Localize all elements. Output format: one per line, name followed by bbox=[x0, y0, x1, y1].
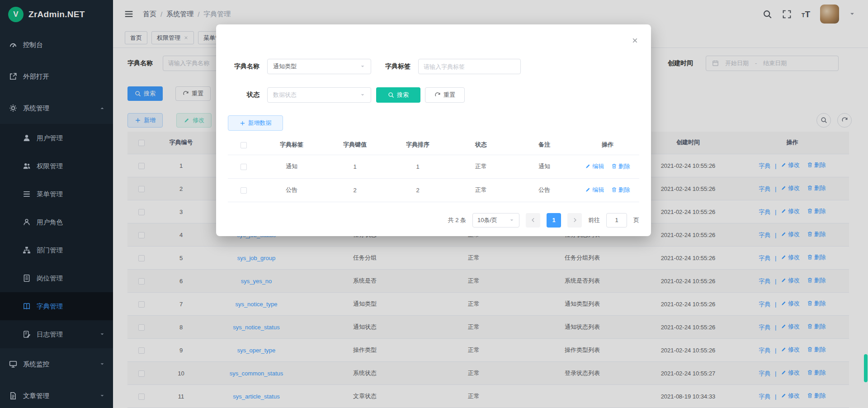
delete-row-link[interactable]: 删除 bbox=[611, 162, 630, 171]
delete-row-link[interactable]: 删除 bbox=[611, 186, 630, 194]
page-size-select[interactable]: 10条/页 bbox=[472, 213, 519, 228]
dialog-filter-buttons: 搜索 重置 bbox=[376, 87, 465, 103]
add-data-button[interactable]: 新增数据 bbox=[228, 115, 283, 131]
dict-label-input[interactable] bbox=[418, 59, 521, 74]
cell-remark: 通知 bbox=[513, 155, 576, 178]
row-checkbox-cell bbox=[228, 178, 259, 202]
dialog-reset-button[interactable]: 重置 bbox=[425, 87, 465, 103]
row-actions: 编辑 删除 bbox=[576, 155, 639, 178]
current-page-button[interactable]: 1 bbox=[547, 213, 561, 228]
goto-page-input[interactable] bbox=[606, 213, 627, 228]
column-header: 备注 bbox=[513, 135, 576, 155]
dialog-search-button-label: 搜索 bbox=[397, 91, 409, 99]
cell-remark: 公告 bbox=[513, 178, 576, 202]
close-icon[interactable] bbox=[631, 37, 639, 44]
search-icon bbox=[388, 92, 394, 98]
trash-icon bbox=[611, 163, 617, 169]
page-unit-label: 页 bbox=[633, 216, 639, 224]
row-checkbox[interactable] bbox=[241, 187, 247, 194]
edit-row-label: 编辑 bbox=[592, 162, 604, 171]
dict-name-label: 字典名称 bbox=[228, 62, 259, 71]
goto-label: 前往 bbox=[588, 216, 600, 224]
arrow-left-icon bbox=[530, 217, 536, 223]
next-page-button[interactable] bbox=[567, 213, 582, 228]
select-all-checkbox[interactable] bbox=[241, 142, 247, 148]
dict-name-select-value: 通知类型 bbox=[273, 62, 297, 71]
header-checkbox-cell bbox=[228, 135, 259, 155]
table-row: 公告 2 2 正常 公告 编辑 删除 bbox=[228, 178, 639, 202]
status-select-placeholder: 数据状态 bbox=[273, 91, 297, 99]
dialog-filter-row-2: 状态 数据状态 搜索 重置 bbox=[228, 87, 639, 103]
edit-row-link[interactable]: 编辑 bbox=[585, 162, 604, 171]
column-header: 状态 bbox=[449, 135, 513, 155]
row-checkbox-cell bbox=[228, 155, 259, 178]
scrollbar-thumb[interactable] bbox=[864, 354, 868, 382]
edit-row-label: 编辑 bbox=[592, 186, 604, 194]
column-header: 操作 bbox=[576, 135, 639, 155]
page-scrollbar bbox=[864, 0, 868, 408]
page-size-value: 10条/页 bbox=[477, 216, 497, 224]
trash-icon bbox=[611, 187, 617, 193]
column-header: 字典键值 bbox=[324, 135, 386, 155]
add-data-button-label: 新增数据 bbox=[248, 119, 272, 127]
chevron-down-icon bbox=[360, 92, 365, 98]
cell-status: 正常 bbox=[449, 155, 513, 178]
dialog-reset-button-label: 重置 bbox=[443, 91, 455, 99]
plus-icon bbox=[240, 120, 245, 126]
pagination-total: 共 2 条 bbox=[448, 216, 466, 224]
status-label: 状态 bbox=[228, 91, 259, 99]
cell-dict-value: 2 bbox=[324, 178, 386, 202]
dict-data-table-header: 字典标签 字典键值 字典排序 状态 备注 操作 bbox=[228, 135, 639, 155]
dict-data-table-body: 通知 1 1 正常 通知 编辑 删除 公告 bbox=[228, 155, 639, 202]
cell-dict-label: 公告 bbox=[259, 178, 324, 202]
pencil-icon bbox=[585, 187, 591, 193]
cell-dict-label: 通知 bbox=[259, 155, 324, 178]
status-select[interactable]: 数据状态 bbox=[267, 87, 371, 103]
dialog-filter-row-1: 字典名称 通知类型 字典标签 bbox=[228, 59, 639, 74]
dialog-body: 字典名称 通知类型 字典标签 状态 数据状态 搜索 重置 bbox=[216, 24, 651, 228]
delete-row-label: 删除 bbox=[618, 186, 630, 194]
column-header: 字典排序 bbox=[386, 135, 449, 155]
pagination: 共 2 条 10条/页 1 前往 页 bbox=[228, 213, 639, 228]
column-header: 字典标签 bbox=[259, 135, 324, 155]
dict-data-table: 字典标签 字典键值 字典排序 状态 备注 操作 通知 1 1 正常 bbox=[228, 135, 639, 202]
row-checkbox[interactable] bbox=[241, 164, 247, 170]
edit-row-link[interactable]: 编辑 bbox=[585, 186, 604, 194]
dict-label-label: 字典标签 bbox=[379, 62, 410, 71]
cell-dict-sort: 2 bbox=[386, 178, 449, 202]
row-actions: 编辑 删除 bbox=[576, 178, 639, 202]
table-row: 通知 1 1 正常 通知 编辑 删除 bbox=[228, 155, 639, 178]
chevron-down-icon bbox=[509, 218, 514, 223]
cell-dict-sort: 1 bbox=[386, 155, 449, 178]
chevron-down-icon bbox=[360, 64, 365, 69]
refresh-icon bbox=[434, 92, 441, 98]
delete-row-label: 删除 bbox=[618, 162, 630, 171]
arrow-right-icon bbox=[572, 217, 578, 223]
cell-status: 正常 bbox=[449, 178, 513, 202]
pencil-icon bbox=[585, 163, 591, 169]
dict-name-select[interactable]: 通知类型 bbox=[267, 59, 371, 74]
cell-dict-value: 1 bbox=[324, 155, 386, 178]
prev-page-button[interactable] bbox=[526, 213, 540, 228]
dialog-search-button[interactable]: 搜索 bbox=[376, 87, 420, 103]
dict-data-dialog: 字典名称 通知类型 字典标签 状态 数据状态 搜索 重置 bbox=[216, 24, 651, 236]
